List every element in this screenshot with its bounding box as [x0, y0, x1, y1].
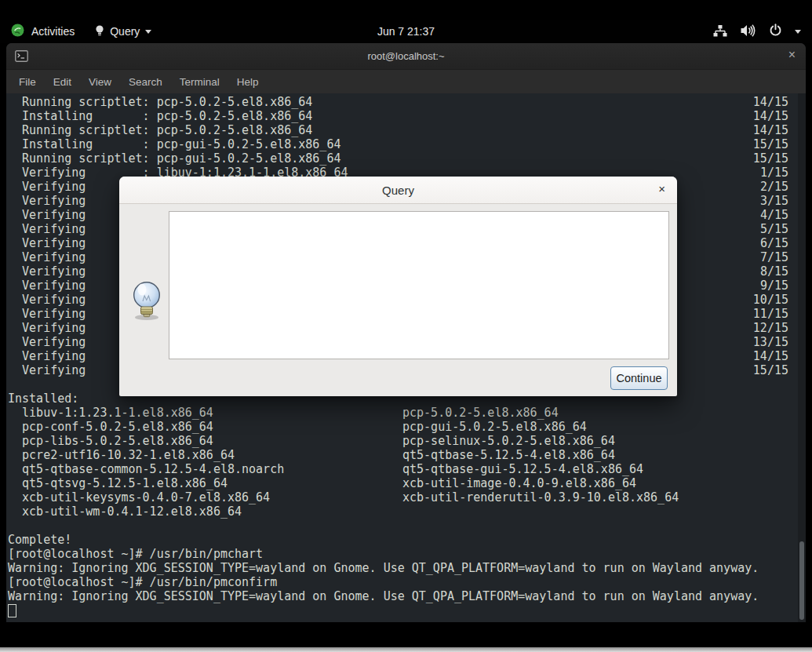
query-input[interactable]: [169, 211, 669, 359]
terminal-progress-line: Installing : pcp-5.0.2-5.el8.x86_6414/15: [8, 109, 798, 123]
app-menu-query[interactable]: Query: [95, 24, 151, 39]
terminal-cursor: [8, 604, 16, 617]
volume-icon: [740, 24, 756, 39]
terminal-app-icon: [15, 50, 28, 62]
lightbulb-icon: [95, 24, 104, 39]
query-dialog-body: Continue: [119, 204, 677, 396]
terminal-titlebar[interactable]: root@localhost:~ ×: [6, 43, 806, 69]
terminal-line: Complete!: [8, 533, 798, 547]
query-dialog: Query ×: [119, 177, 677, 396]
terminal-line: Warning: Ignoring XDG_SESSION_TYPE=wayla…: [8, 561, 798, 575]
desktop: Activities Query Jun 7 21:37: [0, 0, 812, 652]
tray-chevron-down-icon: [795, 30, 801, 34]
continue-button[interactable]: Continue: [610, 366, 668, 390]
menu-edit[interactable]: Edit: [45, 76, 80, 88]
terminal-line: [root@localhost ~]# /usr/bin/pmchart: [8, 547, 798, 561]
power-icon: [769, 24, 782, 39]
installed-package-line: pcre2-utf16-10.32-1.el8.x86_64qt5-qtbase…: [8, 448, 798, 462]
terminal-line: [8, 519, 798, 533]
terminal-progress-line: Running scriptlet: pcp-gui-5.0.2-5.el8.x…: [8, 151, 798, 166]
terminal-progress-line: Running scriptlet: pcp-5.0.2-5.el8.x86_6…: [8, 123, 798, 137]
distro-logo-icon: [11, 24, 24, 39]
terminal-line: [root@localhost ~]# /usr/bin/pmconfirm: [8, 575, 798, 589]
installed-package-line: pcp-conf-5.0.2-5.el8.x86_64pcp-gui-5.0.2…: [8, 420, 798, 434]
query-dialog-title: Query: [382, 184, 414, 197]
menu-view[interactable]: View: [80, 76, 120, 88]
menu-help[interactable]: Help: [228, 76, 268, 88]
query-dialog-close-icon[interactable]: ×: [658, 182, 665, 195]
terminal-line: Warning: Ignoring XDG_SESSION_TYPE=wayla…: [8, 589, 798, 603]
installed-package-line: qt5-qtbase-common-5.12.5-4.el8.noarchqt5…: [8, 462, 798, 476]
terminal-title: root@localhost:~: [367, 50, 444, 62]
activities-label: Activities: [31, 25, 75, 38]
installed-package-line: xcb-util-wm-0.4.1-12.el8.x86_64: [8, 504, 798, 519]
terminal-cursor-line: [8, 603, 798, 617]
network-icon: [713, 24, 727, 39]
scrollbar-thumb[interactable]: [799, 541, 804, 620]
lightbulb-illustration-icon: [130, 280, 165, 321]
query-dialog-titlebar[interactable]: Query ×: [119, 177, 677, 204]
menu-search[interactable]: Search: [120, 76, 171, 88]
menu-terminal[interactable]: Terminal: [171, 76, 228, 88]
bottom-window-edge: [0, 647, 812, 652]
terminal-scrollbar[interactable]: [798, 93, 806, 622]
system-tray[interactable]: [713, 24, 801, 39]
top-bar: Activities Query Jun 7 21:37: [0, 20, 812, 43]
terminal-close-icon[interactable]: ×: [788, 48, 796, 62]
terminal-menubar: File Edit View Search Terminal Help: [6, 69, 806, 93]
installed-package-line: pcp-libs-5.0.2-5.el8.x86_64pcp-selinux-5…: [8, 434, 798, 448]
activities-button[interactable]: Activities: [11, 24, 75, 39]
chevron-down-icon: [145, 30, 151, 34]
app-menu-label: Query: [110, 25, 140, 38]
installed-package-line: xcb-util-keysyms-0.4.0-7.el8.x86_64xcb-u…: [8, 490, 798, 504]
terminal-progress-line: Installing : pcp-gui-5.0.2-5.el8.x86_641…: [8, 137, 798, 151]
installed-package-line: libuv-1:1.23.1-1.el8.x86_64pcp-5.0.2-5.e…: [8, 406, 798, 420]
installed-package-line: qt5-qtsvg-5.12.5-1.el8.x86_64xcb-util-im…: [8, 476, 798, 490]
terminal-progress-line: Running scriptlet: pcp-5.0.2-5.el8.x86_6…: [8, 95, 798, 109]
menu-file[interactable]: File: [10, 76, 45, 88]
